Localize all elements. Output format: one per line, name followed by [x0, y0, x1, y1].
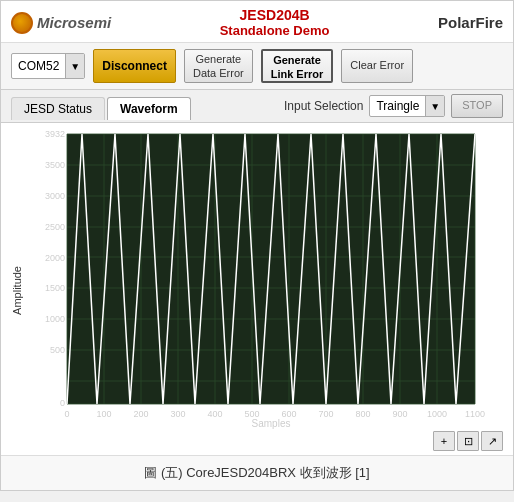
stop-button[interactable]: STOP	[451, 94, 503, 118]
svg-text:800: 800	[355, 409, 370, 419]
toolbar: COM52 ▼ Disconnect Generate Data Error G…	[1, 43, 513, 90]
svg-text:0: 0	[64, 409, 69, 419]
input-selection-value: Traingle	[370, 98, 425, 114]
svg-text:1500: 1500	[45, 283, 65, 293]
header-subtitle: Standalone Demo	[111, 23, 438, 38]
waveform-chart: 3932 3500 3000 2500 2000 1500 1000 500 0…	[25, 129, 485, 429]
y-axis-label: Amplitude	[11, 266, 23, 315]
svg-text:3932: 3932	[45, 129, 65, 139]
svg-text:1000: 1000	[45, 314, 65, 324]
com-port-select[interactable]: COM52 ▼	[11, 53, 85, 79]
logo-area: Microsemi	[11, 12, 111, 34]
svg-text:1100: 1100	[465, 409, 485, 419]
svg-text:900: 900	[392, 409, 407, 419]
generate-link-error-button[interactable]: Generate Link Error	[261, 49, 334, 83]
header-title: JESD204B	[111, 7, 438, 23]
tabs-row: JESD Status Waveform Input Selection Tra…	[1, 90, 513, 123]
zoom-out-button[interactable]: ↗	[481, 431, 503, 451]
svg-text:3000: 3000	[45, 191, 65, 201]
chart-area: Amplitude	[1, 123, 513, 455]
disconnect-button[interactable]: Disconnect	[93, 49, 176, 83]
svg-text:2500: 2500	[45, 222, 65, 232]
tab-jesd-status[interactable]: JESD Status	[11, 97, 105, 120]
clear-error-button[interactable]: Clear Error	[341, 49, 413, 83]
com-port-arrow-icon[interactable]: ▼	[65, 54, 84, 78]
svg-text:200: 200	[133, 409, 148, 419]
header-product: PolarFire	[438, 14, 503, 31]
svg-text:100: 100	[96, 409, 111, 419]
input-selection-arrow-icon[interactable]: ▼	[425, 96, 444, 116]
logo-text: Microsemi	[37, 14, 111, 31]
chart-content: 3932 3500 3000 2500 2000 1500 1000 500 0…	[25, 129, 503, 451]
generate-data-error-button[interactable]: Generate Data Error	[184, 49, 253, 83]
svg-text:500: 500	[50, 345, 65, 355]
svg-text:2000: 2000	[45, 253, 65, 263]
tabs-left: JESD Status Waveform	[11, 97, 191, 120]
svg-text:700: 700	[318, 409, 333, 419]
zoom-fit-button[interactable]: ⊡	[457, 431, 479, 451]
footer-caption: 圖 (五) CoreJESD204BRX 收到波形 [1]	[1, 455, 513, 490]
chart-toolbar: + ⊡ ↗	[25, 431, 503, 451]
zoom-in-button[interactable]: +	[433, 431, 455, 451]
input-selection-label: Input Selection	[284, 99, 363, 113]
svg-text:300: 300	[170, 409, 185, 419]
input-selection-select[interactable]: Traingle ▼	[369, 95, 445, 117]
tabs-right: Input Selection Traingle ▼ STOP	[284, 94, 503, 122]
svg-text:1000: 1000	[427, 409, 447, 419]
header: Microsemi JESD204B Standalone Demo Polar…	[1, 1, 513, 43]
svg-text:400: 400	[207, 409, 222, 419]
chart-svg-container: Amplitude	[11, 129, 503, 451]
svg-text:0: 0	[60, 398, 65, 408]
com-port-value: COM52	[12, 57, 65, 75]
main-container: Microsemi JESD204B Standalone Demo Polar…	[0, 0, 514, 491]
tab-waveform[interactable]: Waveform	[107, 97, 191, 120]
svg-text:3500: 3500	[45, 160, 65, 170]
logo-icon	[11, 12, 33, 34]
x-axis-label: Samples	[252, 418, 291, 429]
header-center: JESD204B Standalone Demo	[111, 7, 438, 38]
